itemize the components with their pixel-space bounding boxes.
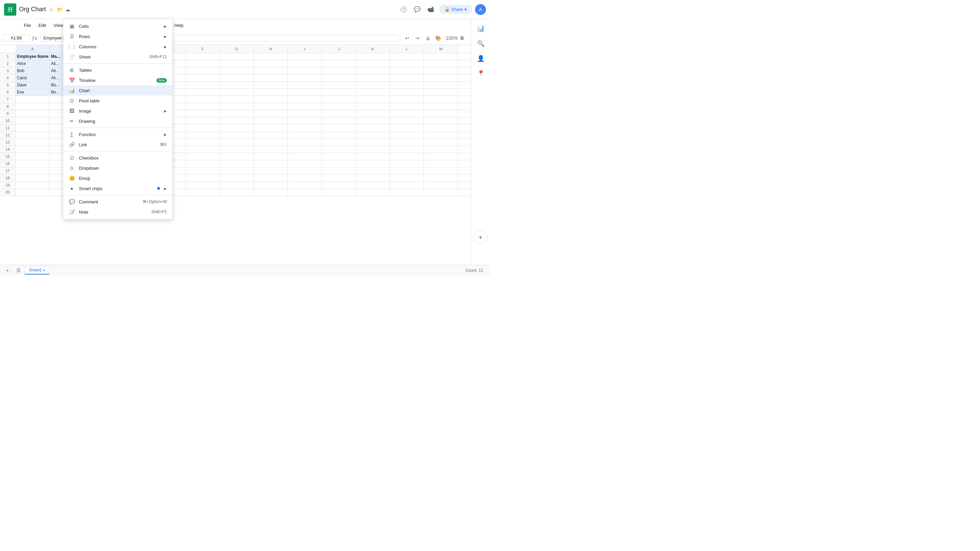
spreadsheet-cell[interactable] — [186, 60, 220, 67]
menu-option-link[interactable]: 🔗Link⌘K — [63, 140, 172, 150]
spreadsheet-cell[interactable] — [390, 110, 424, 117]
spreadsheet-cell[interactable] — [424, 60, 458, 67]
spreadsheet-cell[interactable] — [254, 139, 288, 146]
spreadsheet-cell[interactable] — [356, 132, 390, 138]
spreadsheet-cell[interactable] — [16, 139, 50, 146]
spreadsheet-cell[interactable] — [390, 153, 424, 160]
spreadsheet-cell[interactable] — [186, 103, 220, 110]
spreadsheet-cell[interactable] — [356, 82, 390, 89]
spreadsheet-cell[interactable] — [254, 132, 288, 138]
spreadsheet-cell[interactable] — [254, 118, 288, 124]
spreadsheet-cell[interactable] — [424, 189, 458, 195]
spreadsheet-cell[interactable] — [220, 118, 254, 124]
spreadsheet-cell[interactable] — [220, 132, 254, 138]
spreadsheet-cell[interactable] — [424, 96, 458, 103]
spreadsheet-cell[interactable] — [220, 182, 254, 189]
paint-format-button[interactable]: 🎨 — [433, 33, 443, 43]
col-header-h[interactable]: H — [254, 45, 288, 53]
spreadsheet-cell[interactable] — [288, 124, 322, 131]
spreadsheet-cell[interactable] — [186, 124, 220, 131]
spreadsheet-cell[interactable] — [16, 110, 50, 117]
spreadsheet-cell[interactable] — [390, 167, 424, 174]
spreadsheet-cell[interactable] — [356, 67, 390, 74]
spreadsheet-cell[interactable] — [390, 160, 424, 167]
menu-option-emoji[interactable]: 😊Emoji — [63, 173, 172, 183]
spreadsheet-cell[interactable] — [16, 160, 50, 167]
spreadsheet-cell[interactable] — [186, 118, 220, 124]
menu-option-dropdown[interactable]: ⊙Dropdown — [63, 163, 172, 173]
spreadsheet-cell[interactable] — [186, 75, 220, 81]
col-header-a[interactable]: A — [16, 45, 50, 53]
spreadsheet-cell[interactable] — [16, 103, 50, 110]
spreadsheet-cell[interactable] — [220, 124, 254, 131]
doc-title[interactable]: Org Chart — [19, 6, 46, 13]
spreadsheet-cell[interactable] — [288, 53, 322, 60]
col-header-g[interactable]: G — [220, 45, 254, 53]
spreadsheet-cell[interactable] — [322, 67, 356, 74]
menu-option-note[interactable]: 📝NoteShift+F2 — [63, 207, 172, 217]
spreadsheet-cell[interactable] — [16, 175, 50, 181]
spreadsheet-cell[interactable] — [254, 67, 288, 74]
spreadsheet-cell[interactable] — [186, 82, 220, 89]
cloud-icon[interactable]: ☁ — [64, 6, 71, 13]
spreadsheet-cell[interactable] — [288, 153, 322, 160]
spreadsheet-cell[interactable] — [390, 118, 424, 124]
spreadsheet-cell[interactable] — [254, 146, 288, 153]
spreadsheet-cell[interactable] — [424, 110, 458, 117]
spreadsheet-cell[interactable] — [390, 82, 424, 89]
spreadsheet-cell[interactable] — [356, 139, 390, 146]
spreadsheet-cell[interactable] — [220, 139, 254, 146]
menu-option-function[interactable]: ∑Function▶ — [63, 129, 172, 140]
spreadsheet-cell[interactable] — [254, 110, 288, 117]
spreadsheet-cell[interactable]: Bob — [16, 67, 50, 74]
spreadsheet-cell[interactable] — [390, 103, 424, 110]
spreadsheet-cell[interactable] — [322, 167, 356, 174]
spreadsheet-cell[interactable] — [424, 146, 458, 153]
spreadsheet-cell[interactable] — [424, 160, 458, 167]
comment-icon[interactable]: 💬 — [412, 4, 423, 15]
spreadsheet-cell[interactable] — [424, 132, 458, 138]
spreadsheet-cell[interactable] — [288, 160, 322, 167]
spreadsheet-cell[interactable] — [186, 89, 220, 95]
spreadsheet-cell[interactable] — [424, 53, 458, 60]
redo-button[interactable]: ↪ — [413, 33, 422, 43]
spreadsheet-cell[interactable] — [254, 124, 288, 131]
spreadsheet-cell[interactable] — [186, 153, 220, 160]
spreadsheet-cell[interactable] — [288, 60, 322, 67]
spreadsheet-cell[interactable] — [356, 182, 390, 189]
col-header-i[interactable]: I — [288, 45, 322, 53]
spreadsheet-cell[interactable] — [424, 67, 458, 74]
spreadsheet-cell[interactable] — [186, 110, 220, 117]
spreadsheet-cell[interactable] — [220, 60, 254, 67]
spreadsheet-cell[interactable] — [288, 189, 322, 195]
col-header-f[interactable]: F — [186, 45, 220, 53]
spreadsheet-cell[interactable] — [186, 160, 220, 167]
spreadsheet-cell[interactable] — [288, 103, 322, 110]
col-header-l[interactable]: L — [390, 45, 424, 53]
video-icon[interactable]: 📹 — [425, 4, 436, 15]
spreadsheet-cell[interactable] — [356, 60, 390, 67]
spreadsheet-cell[interactable] — [424, 153, 458, 160]
spreadsheet-cell[interactable] — [288, 182, 322, 189]
spreadsheet-cell[interactable]: Eve — [16, 89, 50, 95]
print-button[interactable]: 🖨 — [423, 33, 433, 43]
share-button[interactable]: 🔒 Share ▾ — [439, 5, 472, 14]
spreadsheet-cell[interactable] — [288, 146, 322, 153]
spreadsheet-cell[interactable] — [390, 96, 424, 103]
menu-option-sheet[interactable]: 📄SheetShift+F11 — [63, 52, 172, 62]
avatar[interactable]: A — [475, 4, 486, 15]
spreadsheet-cell[interactable] — [322, 132, 356, 138]
spreadsheet-cell[interactable] — [186, 67, 220, 74]
menu-option-rows[interactable]: ☰Rows▶ — [63, 31, 172, 41]
menu-help[interactable]: Help — [171, 21, 187, 29]
spreadsheet-cell[interactable] — [322, 146, 356, 153]
spreadsheet-cell[interactable] — [220, 110, 254, 117]
spreadsheet-cell[interactable] — [220, 103, 254, 110]
spreadsheet-cell[interactable] — [288, 67, 322, 74]
menu-option-cells[interactable]: ▦Cells▶ — [63, 21, 172, 31]
star-icon[interactable]: ☆ — [48, 6, 55, 13]
spreadsheet-cell[interactable] — [356, 189, 390, 195]
spreadsheet-cell[interactable] — [356, 160, 390, 167]
sheet-list-button[interactable]: ☰ — [14, 266, 23, 275]
spreadsheet-cell[interactable] — [16, 182, 50, 189]
